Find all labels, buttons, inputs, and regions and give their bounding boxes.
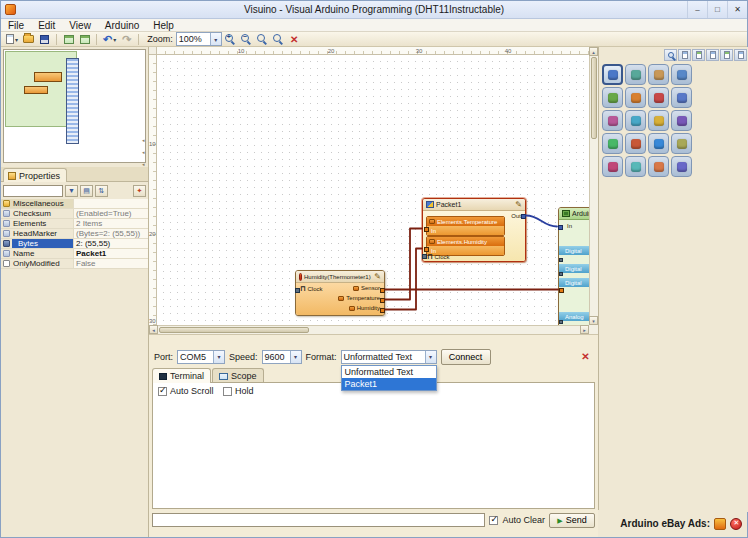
edit-icon[interactable]	[515, 200, 522, 209]
toolbox-category-tab-2[interactable]	[692, 49, 705, 61]
scroll-right-button[interactable]	[580, 325, 589, 334]
vertical-scroll-thumb[interactable]	[591, 57, 597, 139]
speed-select[interactable]: 9600 ▾	[262, 350, 302, 364]
digital-section-bar[interactable]: Digital	[559, 246, 589, 255]
redo-button[interactable]	[119, 33, 134, 46]
component-icon-9[interactable]	[602, 110, 623, 131]
element-humidity-in-pin[interactable]	[424, 247, 429, 252]
component-icon-2[interactable]	[625, 64, 646, 85]
title-bar[interactable]: Visuino - Visual Arduino Programming (DH…	[1, 1, 747, 19]
columns-view-button[interactable]	[77, 33, 92, 46]
tab-scope[interactable]: Scope	[212, 368, 264, 383]
digital-pin[interactable]	[559, 258, 563, 262]
component-icon-19[interactable]	[648, 156, 669, 177]
send-button[interactable]: Send	[549, 513, 595, 528]
component-icon-7[interactable]	[648, 87, 669, 108]
component-icon-1[interactable]	[602, 64, 623, 85]
close-ads-icon[interactable]	[730, 518, 742, 530]
properties-filter-input[interactable]	[3, 185, 63, 197]
humidity-component-header[interactable]: Humidity(Thermometer1)	[296, 271, 384, 283]
format-select[interactable]: Unformatted Text ▾ Unformatted Text Pack…	[341, 350, 437, 364]
property-row-bytes[interactable]: Bytes 2: (55,55)	[1, 239, 148, 249]
menu-view[interactable]: View	[62, 19, 98, 31]
component-icon-13[interactable]	[602, 133, 623, 154]
undo-button[interactable]	[101, 33, 118, 46]
analog-pin[interactable]	[559, 320, 563, 324]
menu-arduino[interactable]: Arduino	[98, 19, 146, 31]
edit-icon[interactable]	[374, 272, 381, 281]
property-row-elements[interactable]: Elements 2 Items	[1, 219, 148, 229]
zoom-out-button[interactable]	[239, 33, 254, 46]
close-serial-panel-button[interactable]	[578, 350, 593, 363]
tab-properties[interactable]: Properties	[3, 168, 67, 182]
toolbox-category-tab-3[interactable]	[706, 49, 719, 61]
format-option-packet1[interactable]: Packet1	[342, 378, 436, 390]
menu-edit[interactable]: Edit	[31, 19, 62, 31]
hold-checkbox[interactable]	[223, 387, 232, 396]
minimap[interactable]	[3, 49, 146, 163]
zoom-reset-button[interactable]	[255, 33, 270, 46]
component-icon-8[interactable]	[671, 87, 692, 108]
component-icon-6[interactable]	[625, 87, 646, 108]
category-view-icon[interactable]: ▤	[80, 185, 93, 197]
serial-in-pin[interactable]	[558, 225, 563, 230]
packet-component[interactable]: Packet1 Out Elements.Temperature In	[422, 198, 526, 262]
wire-packet-out-to-arduino-in[interactable]	[526, 216, 557, 227]
component-icon-3[interactable]	[648, 64, 669, 85]
filter-icon[interactable]: ▼	[65, 185, 78, 197]
component-icon-11[interactable]	[648, 110, 669, 131]
packet-element-temperature[interactable]: Elements.Temperature In	[426, 216, 505, 236]
toolbox-category-tab-4[interactable]	[720, 49, 733, 61]
toolbox-category-tab-1[interactable]	[678, 49, 691, 61]
component-icon-5[interactable]	[602, 87, 623, 108]
port-select[interactable]: COM5 ▾	[177, 350, 225, 364]
splitter-grip[interactable]	[142, 137, 148, 167]
send-input[interactable]	[152, 513, 485, 527]
menu-help[interactable]: Help	[146, 19, 181, 31]
analog-section-bar[interactable]: Analog	[559, 312, 589, 321]
sensor-output-pin[interactable]	[380, 288, 385, 293]
component-icon-12[interactable]	[671, 110, 692, 131]
auto-clear-checkbox[interactable]	[489, 516, 498, 525]
horizontal-scroll-thumb[interactable]	[159, 327, 309, 333]
maximize-button[interactable]	[707, 1, 727, 18]
packet-component-header[interactable]: Packet1	[423, 199, 525, 211]
property-row-miscellaneous[interactable]: Miscellaneous	[1, 199, 148, 209]
component-icon-14[interactable]	[625, 133, 646, 154]
menu-file[interactable]: File	[1, 19, 31, 31]
temperature-output-pin[interactable]	[380, 298, 385, 303]
humidity-component[interactable]: Humidity(Thermometer1) Clock Sensor Temp…	[295, 270, 385, 316]
horizontal-scrollbar[interactable]	[149, 325, 589, 334]
property-row-headmarker[interactable]: HeadMarker (Bytes=2: (55,55))	[1, 229, 148, 239]
terminal-output[interactable]	[154, 399, 593, 507]
component-icon-17[interactable]	[602, 156, 623, 177]
auto-scroll-checkbox[interactable]	[158, 387, 167, 396]
clock-input-pin[interactable]	[422, 254, 427, 259]
scroll-up-button[interactable]	[589, 47, 598, 56]
clock-input-pin[interactable]	[295, 288, 300, 293]
property-row-onlymodified[interactable]: OnlyModified False	[1, 259, 148, 269]
digital-in-pin[interactable]	[559, 288, 564, 293]
digital-section-bar[interactable]: Digital	[559, 264, 589, 273]
wire-humidity-to-packet[interactable]	[385, 249, 422, 310]
component-icon-10[interactable]	[625, 110, 646, 131]
arduino-component-header[interactable]: Arduino	[559, 208, 589, 220]
close-button[interactable]	[727, 1, 747, 18]
new-project-button[interactable]	[4, 33, 20, 46]
zoom-in-button[interactable]	[223, 33, 238, 46]
format-option-unformatted-text[interactable]: Unformatted Text	[342, 366, 436, 378]
component-icon-16[interactable]	[671, 133, 692, 154]
advanced-properties-icon[interactable]: ✦	[133, 185, 146, 197]
property-row-checksum[interactable]: Checksum (Enabled=True)	[1, 209, 148, 219]
delete-button[interactable]	[287, 33, 302, 46]
humidity-output-pin[interactable]	[380, 308, 385, 313]
scroll-down-button[interactable]	[589, 316, 598, 325]
open-project-button[interactable]	[21, 33, 36, 46]
component-icon-4[interactable]	[671, 64, 692, 85]
scroll-left-button[interactable]	[149, 325, 158, 334]
save-project-button[interactable]	[37, 33, 52, 46]
sort-az-icon[interactable]: ⇅	[95, 185, 108, 197]
out-output-pin[interactable]	[521, 214, 526, 219]
zoom-fit-button[interactable]	[271, 33, 286, 46]
component-icon-20[interactable]	[671, 156, 692, 177]
